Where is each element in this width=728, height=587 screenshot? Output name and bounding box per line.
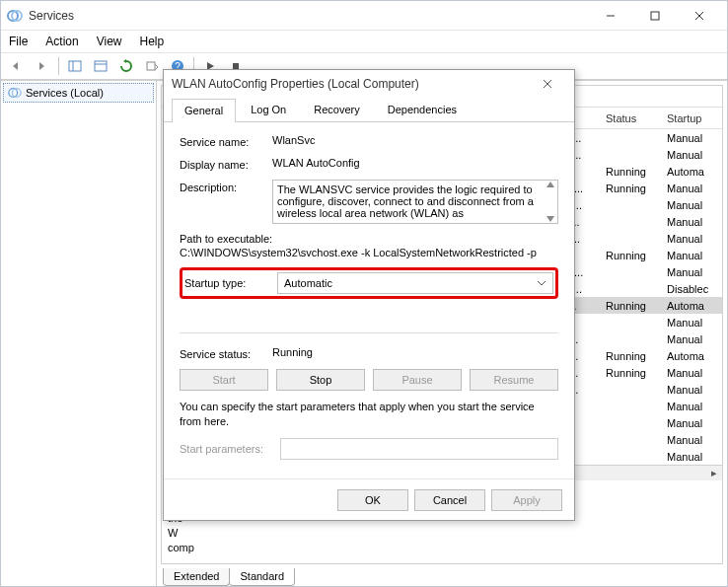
export-button[interactable] [140, 55, 164, 77]
label-path: Path to executable: [180, 233, 558, 245]
maximize-button[interactable] [632, 2, 677, 30]
forward-button[interactable] [31, 55, 54, 77]
value-description: The WLANSVC service provides the logic r… [277, 183, 534, 219]
minimize-button[interactable] [588, 2, 632, 30]
menu-view[interactable]: View [95, 33, 124, 50]
ok-button[interactable]: OK [337, 489, 408, 511]
startup-highlight: Startup type: Automatic [180, 267, 558, 299]
menu-action[interactable]: Action [43, 33, 80, 50]
value-service-status: Running [272, 346, 558, 358]
svg-rect-8 [95, 61, 107, 71]
tab-dependencies[interactable]: Dependencies [375, 98, 470, 121]
menu-file[interactable]: File [7, 33, 30, 50]
col-startup[interactable]: Startup [661, 112, 722, 124]
value-path: C:\WINDOWS\system32\svchost.exe -k Local… [180, 247, 558, 258]
services-icon [8, 86, 22, 100]
menu-help[interactable]: Help [138, 33, 167, 50]
label-service-name: Service name: [180, 134, 272, 148]
refresh-button[interactable] [114, 55, 138, 77]
tree-node-label: Services (Local) [26, 87, 104, 99]
col-status[interactable]: Status [600, 112, 661, 124]
properties-button[interactable] [89, 55, 112, 77]
value-service-name: WlanSvc [272, 134, 558, 146]
start-button[interactable]: Start [180, 369, 268, 391]
menubar: File Action View Help [1, 31, 727, 53]
tab-logon[interactable]: Log On [238, 98, 299, 121]
scroll-right-icon[interactable]: ▸ [706, 467, 722, 480]
resume-button[interactable]: Resume [470, 369, 558, 391]
scroll-down-icon[interactable] [546, 215, 555, 223]
dialog-close-button[interactable] [529, 71, 566, 97]
label-startup-type: Startup type: [184, 277, 277, 289]
dialog-body: Service name: WlanSvc Display name: WLAN… [164, 122, 574, 478]
tree-node-services-local[interactable]: Services (Local) [3, 83, 154, 103]
hint-text: You can specify the start parameters tha… [180, 400, 558, 429]
dialog-titlebar: WLAN AutoConfig Properties (Local Comput… [164, 70, 574, 98]
startup-type-value: Automatic [284, 277, 332, 289]
tab-extended[interactable]: Extended [163, 568, 230, 586]
cancel-button[interactable]: Cancel [414, 489, 485, 511]
back-button[interactable] [5, 55, 29, 77]
pause-button[interactable]: Pause [373, 369, 462, 391]
dialog-title: WLAN AutoConfig Properties (Local Comput… [172, 77, 529, 91]
label-display-name: Display name: [180, 157, 272, 171]
chevron-down-icon [537, 280, 546, 286]
label-service-status: Service status: [180, 346, 272, 360]
services-icon [7, 8, 23, 24]
tab-recovery[interactable]: Recovery [301, 98, 372, 121]
start-parameters-input[interactable] [280, 438, 558, 460]
svg-rect-3 [651, 12, 659, 20]
stop-button[interactable]: Stop [276, 369, 365, 391]
window-title: Services [29, 9, 588, 23]
svg-rect-6 [69, 61, 81, 71]
description-box[interactable]: The WLANSVC service provides the logic r… [272, 180, 558, 224]
startup-type-select[interactable]: Automatic [277, 272, 553, 294]
label-start-parameters: Start parameters: [180, 443, 272, 455]
scroll-up-icon[interactable] [546, 181, 555, 188]
tree-pane: Services (Local) [1, 81, 157, 586]
show-hide-button[interactable] [63, 55, 87, 77]
titlebar: Services [1, 1, 727, 31]
dialog-footer: OK Cancel Apply [164, 478, 574, 520]
tab-standard[interactable]: Standard [229, 568, 295, 586]
close-button[interactable] [677, 2, 721, 30]
svg-rect-10 [147, 62, 155, 70]
label-description: Description: [180, 180, 272, 193]
dialog-tabs: General Log On Recovery Dependencies [164, 98, 574, 122]
tab-general[interactable]: General [172, 99, 236, 122]
apply-button[interactable]: Apply [491, 489, 562, 511]
value-display-name: WLAN AutoConfig [272, 157, 558, 169]
bottom-tabs: Extended Standard [161, 564, 723, 586]
properties-dialog: WLAN AutoConfig Properties (Local Comput… [163, 69, 575, 521]
